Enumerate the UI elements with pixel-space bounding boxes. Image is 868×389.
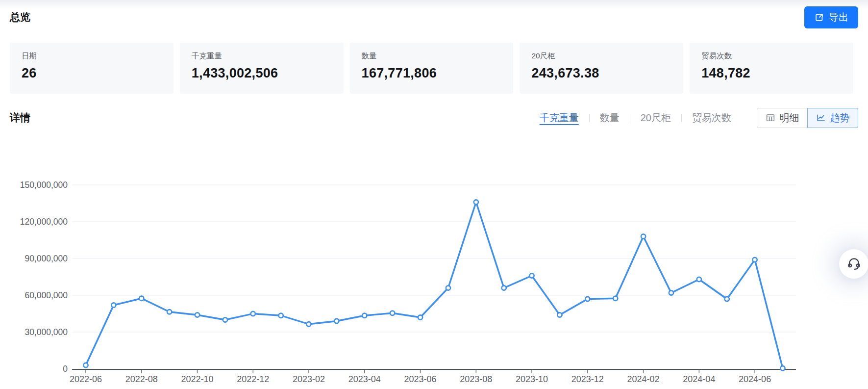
data-point[interactable] [279, 313, 283, 318]
x-tick-label: 2023-06 [404, 374, 437, 384]
dashboard-page: 总览 导出 日期 26 千克重量 1,433,002,506 数量 167,77… [0, 0, 868, 389]
x-tick-label: 2022-06 [70, 374, 102, 384]
y-tick-label: 90,000,000 [25, 254, 68, 263]
y-tick-label: 60,000,000 [25, 290, 68, 300]
data-point[interactable] [390, 311, 395, 315]
data-point[interactable] [111, 303, 116, 307]
y-tick-label: 30,000,000 [25, 327, 68, 337]
trend-line [86, 202, 783, 368]
data-point[interactable] [446, 285, 450, 290]
data-point[interactable] [167, 310, 172, 314]
x-tick-label: 2022-08 [125, 374, 158, 384]
data-point[interactable] [83, 363, 88, 367]
data-point[interactable] [223, 317, 227, 322]
y-tick-label: 0 [63, 364, 68, 374]
x-tick-label: 2024-06 [739, 374, 771, 384]
data-point[interactable] [139, 296, 144, 301]
x-tick-label: 2024-04 [683, 374, 715, 384]
data-point[interactable] [557, 312, 562, 317]
y-tick-label: 150,000,000 [20, 180, 68, 190]
data-point[interactable] [306, 322, 311, 326]
data-point[interactable] [585, 297, 590, 301]
data-point[interactable] [362, 313, 367, 318]
x-tick-label: 2023-08 [460, 374, 492, 384]
trend-line-chart: 030,000,00060,000,00090,000,000120,000,0… [0, 0, 868, 389]
data-point[interactable] [195, 312, 199, 317]
data-point[interactable] [502, 285, 506, 290]
x-tick-label: 2022-12 [237, 374, 269, 384]
data-point[interactable] [641, 234, 645, 238]
data-point[interactable] [251, 311, 255, 316]
data-point[interactable] [697, 277, 701, 282]
x-tick-label: 2023-12 [571, 374, 604, 384]
customer-service-button[interactable] [839, 249, 868, 279]
data-point[interactable] [669, 290, 673, 295]
x-tick-label: 2023-02 [293, 374, 325, 384]
data-point[interactable] [613, 296, 618, 301]
trend-view-button[interactable]: 趋势 [807, 108, 858, 128]
data-point[interactable] [725, 297, 729, 301]
y-tick-label: 120,000,000 [20, 217, 68, 227]
data-point[interactable] [334, 319, 339, 323]
x-tick-label: 2022-10 [181, 374, 213, 384]
line-chart-icon [816, 113, 826, 123]
headset-icon [846, 256, 862, 273]
data-point[interactable] [474, 200, 478, 204]
x-tick-label: 2023-10 [516, 374, 548, 384]
x-tick-label: 2024-02 [627, 374, 660, 384]
data-point[interactable] [753, 258, 757, 262]
data-point[interactable] [780, 366, 785, 370]
trend-view-label: 趋势 [830, 111, 850, 125]
x-tick-label: 2023-04 [348, 374, 381, 384]
data-point[interactable] [529, 273, 534, 278]
data-point[interactable] [418, 315, 422, 319]
